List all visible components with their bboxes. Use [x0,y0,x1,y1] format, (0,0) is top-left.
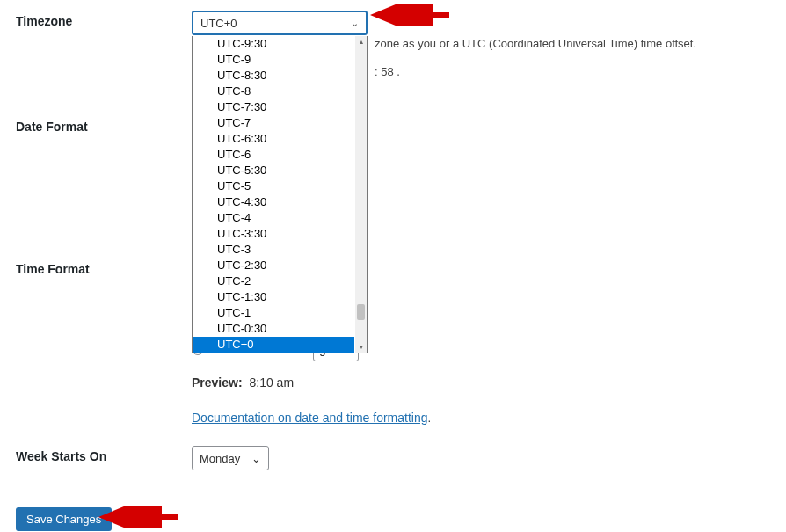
preview-label: Preview: [192,375,243,390]
week-starts-on-select[interactable]: Monday ⌄ [192,446,269,470]
timezone-time-fragment: : 58 . [375,65,400,78]
timezone-option[interactable]: UTC-3:30 [193,226,354,242]
timezone-label: Timezone [16,11,192,28]
timezone-option[interactable]: UTC-2 [193,273,354,289]
timezone-dropdown-panel: UTC-9:30UTC-9UTC-8:30UTC-8UTC-7:30UTC-7U… [192,36,368,353]
timezone-option[interactable]: UTC-0:30 [193,321,354,337]
timezone-option[interactable]: UTC-4 [193,210,354,226]
timezone-option[interactable]: UTC-8:30 [193,68,354,84]
timezone-option[interactable]: UTC-8 [193,84,354,99]
save-changes-button[interactable]: Save Changes [16,507,112,531]
timezone-option[interactable]: UTC-9 [193,52,354,68]
timezone-option[interactable]: UTC-1:30 [193,289,354,305]
timezone-selected-value: UTC+0 [200,17,237,30]
date-format-label: Date Format [16,116,192,134]
scroll-down-icon[interactable]: ▾ [355,341,367,353]
chevron-down-icon: ⌄ [251,452,261,465]
week-starts-on-label: Week Starts On [16,446,192,463]
timezone-option[interactable]: UTC-1 [193,305,354,321]
documentation-link[interactable]: Documentation on date and time formattin… [192,411,428,425]
timezone-hint-right: zone as you or a UTC (Coordinated Univer… [375,37,696,50]
timezone-option[interactable]: UTC-7 [193,115,354,131]
chevron-down-icon: ⌄ [351,18,359,29]
timezone-option[interactable]: UTC-3 [193,242,354,258]
timezone-option[interactable]: UTC+0 [193,337,354,353]
timezone-option[interactable]: UTC-6:30 [193,131,354,147]
timezone-option[interactable]: UTC-4:30 [193,194,354,210]
timezone-option[interactable]: UTC-5:30 [193,163,354,179]
week-selected-value: Monday [200,452,240,465]
time-format-label: Time Format [16,259,192,276]
timezone-select[interactable]: UTC+0 ⌄ [192,11,368,35]
preview-value: 8:10 am [249,375,294,390]
timezone-option[interactable]: UTC-5 [193,179,354,194]
scroll-thumb[interactable] [357,304,365,320]
preview-row: Preview: 8:10 am [192,375,770,390]
scroll-up-icon[interactable]: ▴ [355,36,367,47]
dropdown-scrollbar[interactable]: ▴ ▾ [355,36,367,353]
timezone-option[interactable]: UTC-6 [193,147,354,163]
doc-link-period: . [428,412,432,425]
timezone-option[interactable]: UTC-7:30 [193,99,354,115]
timezone-option[interactable]: UTC-9:30 [193,36,354,52]
timezone-option[interactable]: UTC-2:30 [193,258,354,273]
